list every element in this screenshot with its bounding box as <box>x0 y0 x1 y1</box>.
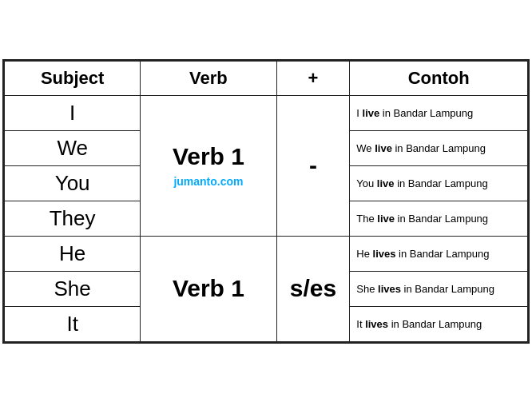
verb-cell: Verb 1jumanto.com <box>141 95 276 236</box>
contoh-cell: It lives in Bandar Lampung <box>350 306 528 341</box>
grammar-table: Subject Verb + Contoh IVerb 1jumanto.com… <box>2 59 530 344</box>
contoh-cell: We live in Bandar Lampung <box>350 130 528 165</box>
contoh-cell: I live in Bandar Lampung <box>350 95 528 130</box>
contoh-cell: You live in Bandar Lampung <box>350 165 528 201</box>
subject-cell: They <box>5 201 141 236</box>
contoh-cell: He lives in Bandar Lampung <box>350 236 528 271</box>
subject-cell: He <box>5 236 141 271</box>
plus-cell: s/es <box>276 236 350 341</box>
subject-cell: She <box>5 271 141 306</box>
header-subject: Subject <box>5 61 141 95</box>
subject-cell: I <box>5 95 141 130</box>
plus-cell: - <box>276 95 350 236</box>
header-verb: Verb <box>141 61 276 95</box>
subject-cell: You <box>5 165 141 201</box>
watermark-label: jumanto.com <box>144 175 272 188</box>
header-plus: + <box>276 61 350 95</box>
contoh-cell: The live in Bandar Lampung <box>350 201 528 236</box>
verb-cell: Verb 1 <box>141 236 276 341</box>
subject-cell: It <box>5 306 141 341</box>
subject-cell: We <box>5 130 141 165</box>
contoh-cell: She lives in Bandar Lampung <box>350 271 528 306</box>
header-contoh: Contoh <box>350 61 528 95</box>
